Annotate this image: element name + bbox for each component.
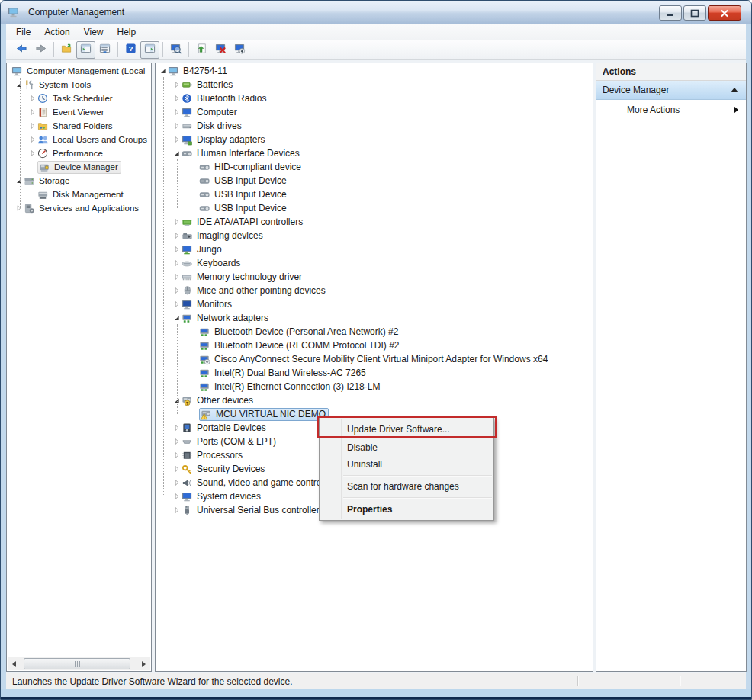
export-list-button[interactable] [95, 41, 114, 59]
expander-icon[interactable] [172, 108, 182, 117]
back-button[interactable] [12, 41, 31, 59]
context-menu-item-scan-for-hardware-changes[interactable]: Scan for hardware changes [320, 478, 493, 495]
up-level-button[interactable] [57, 41, 76, 59]
expander-icon[interactable] [172, 245, 182, 255]
tree-item-bluetooth-radios[interactable]: Bluetooth Radios [156, 92, 592, 105]
tree-item-bluetooth-device-personal-area-network-2[interactable]: Bluetooth Device (Personal Area Network)… [156, 325, 592, 339]
context-menu-item-update-driver-software[interactable]: Update Driver Software... [320, 419, 493, 439]
expander-icon[interactable] [172, 451, 182, 461]
expander-icon[interactable] [27, 108, 37, 117]
expander-icon[interactable] [172, 149, 182, 159]
menu-file[interactable]: File [9, 25, 37, 39]
expander-icon[interactable] [172, 464, 182, 474]
expander-icon[interactable] [172, 437, 182, 447]
expander-icon[interactable] [172, 94, 182, 104]
expander-icon[interactable] [27, 149, 37, 159]
tree-item-disk-management[interactable]: Disk Management [8, 188, 150, 201]
expander-icon[interactable] [27, 94, 37, 104]
expander-icon[interactable] [172, 258, 182, 268]
expander-icon[interactable] [172, 506, 182, 515]
tree-item-intel-r-dual-band-wireless-ac-7265[interactable]: Intel(R) Dual Band Wireless-AC 7265 [156, 366, 592, 380]
tree-item-shared-folders[interactable]: Shared Folders [8, 119, 150, 133]
console-tree-toggle-button[interactable] [76, 41, 95, 59]
tree-item-memory-technology-driver[interactable]: Memory technology driver [156, 270, 592, 284]
maximize-button[interactable] [683, 5, 706, 21]
tree-item-jungo[interactable]: Jungo [156, 242, 592, 256]
menu-help[interactable]: Help [111, 25, 143, 39]
tree-item-event-viewer[interactable]: Event Viewer [8, 105, 150, 119]
help-button[interactable]: ? [121, 41, 140, 59]
tree-item-computer[interactable]: Computer [156, 105, 592, 119]
scrollbar-thumb[interactable] [24, 658, 130, 669]
expander-icon[interactable] [172, 286, 182, 296]
context-menu-item-disable[interactable]: Disable [320, 439, 493, 456]
tree-item-services-and-applications[interactable]: Services and Applications [8, 201, 150, 215]
tree-item-b42754-11[interactable]: B42754-11 [156, 64, 592, 78]
tree-item-intel-r-ethernet-connection-3-i218-lm[interactable]: Intel(R) Ethernet Connection (3) I218-LM [156, 380, 592, 393]
tree-item-local-users-and-groups[interactable]: Local Users and Groups [8, 133, 150, 146]
expander-icon[interactable] [27, 121, 37, 131]
context-menu-item-properties[interactable]: Properties [320, 500, 493, 519]
tree-item-computer-management-local[interactable]: Computer Management (Local [8, 64, 150, 78]
context-menu-item-uninstall[interactable]: Uninstall [320, 456, 493, 473]
menu-action[interactable]: Action [37, 25, 76, 39]
expander-icon[interactable] [172, 492, 182, 502]
minimize-button[interactable] [659, 5, 682, 21]
expander-icon[interactable] [172, 135, 182, 145]
tree-item-other-devices[interactable]: ?Other devices [156, 393, 592, 407]
tree-item-ide-ata-atapi-controllers[interactable]: IDE ATA/ATAPI controllers [156, 215, 592, 229]
tree-item-network-adapters[interactable]: Network adapters [156, 311, 592, 325]
expander-icon[interactable] [172, 80, 182, 90]
update-driver-button[interactable] [192, 41, 211, 59]
collapse-section-icon[interactable] [731, 88, 738, 92]
expander-icon[interactable] [172, 300, 182, 310]
tree-item-monitors[interactable]: Monitors [156, 297, 592, 311]
expander-icon[interactable] [172, 121, 182, 131]
scan-hardware-button[interactable] [166, 41, 185, 59]
tree-item-keyboards[interactable]: Keyboards [156, 256, 592, 270]
monitor-icon [182, 299, 193, 310]
more-actions-item[interactable]: More Actions [596, 100, 746, 120]
tree-item-task-scheduler[interactable]: Task Scheduler [8, 92, 150, 105]
disable-device-button[interactable] [211, 41, 230, 59]
tree-item-mice-and-other-pointing-devices[interactable]: Mice and other pointing devices [156, 284, 592, 297]
expander-icon[interactable] [172, 272, 182, 282]
tree-item-batteries[interactable]: Batteries [156, 78, 592, 92]
tree-item-label: Bluetooth Device (RFCOMM Protocol TDI) #… [214, 340, 400, 351]
tree-item-performance[interactable]: Performance [8, 146, 150, 160]
tree-item-human-interface-devices[interactable]: Human Interface Devices [156, 146, 592, 160]
actions-section-device-manager[interactable]: Device Manager [596, 81, 746, 100]
tree-item-system-tools[interactable]: System Tools [8, 78, 150, 92]
expander-icon[interactable] [172, 231, 182, 241]
forward-button[interactable] [31, 41, 50, 59]
uninstall-device-button[interactable] [230, 41, 249, 59]
tree-item-storage[interactable]: Storage [8, 174, 150, 188]
scroll-right-button[interactable] [137, 657, 150, 670]
expander-icon[interactable] [14, 204, 24, 214]
selected-item-highlight: Device Manager [37, 161, 121, 174]
action-pane-toggle-button[interactable] [140, 41, 159, 59]
expander-icon[interactable] [158, 66, 168, 76]
tree-item-cisco-anyconnect-secure-mobility-client-vi[interactable]: Cisco AnyConnect Secure Mobility Client … [156, 352, 592, 366]
expander-icon[interactable] [14, 80, 24, 90]
tree-item-disk-drives[interactable]: Disk drives [156, 119, 592, 133]
expander-icon[interactable] [172, 313, 182, 323]
expander-icon[interactable] [14, 176, 24, 186]
tree-item-device-manager[interactable]: Device Manager [8, 160, 150, 174]
tree-item-display-adapters[interactable]: Display adapters [156, 133, 592, 146]
expander-icon[interactable] [172, 423, 182, 433]
tree-item-usb-input-device[interactable]: USB Input Device [156, 174, 592, 188]
tree-item-hid-compliant-device[interactable]: HID-compliant device [156, 160, 592, 174]
expander-icon[interactable] [172, 217, 182, 227]
menu-view[interactable]: View [77, 25, 111, 39]
expander-icon[interactable] [172, 478, 182, 488]
close-button[interactable] [708, 5, 741, 21]
expander-icon[interactable] [27, 135, 37, 145]
horizontal-scrollbar[interactable] [8, 657, 150, 670]
tree-item-imaging-devices[interactable]: Imaging devices [156, 229, 592, 242]
tree-item-usb-input-device[interactable]: USB Input Device [156, 188, 592, 201]
display-adapter-icon [182, 134, 193, 146]
tree-item-bluetooth-device-rfcomm-protocol-tdi-2[interactable]: Bluetooth Device (RFCOMM Protocol TDI) #… [156, 339, 592, 352]
scroll-left-button[interactable] [8, 657, 21, 670]
tree-item-usb-input-device[interactable]: USB Input Device [156, 201, 592, 215]
